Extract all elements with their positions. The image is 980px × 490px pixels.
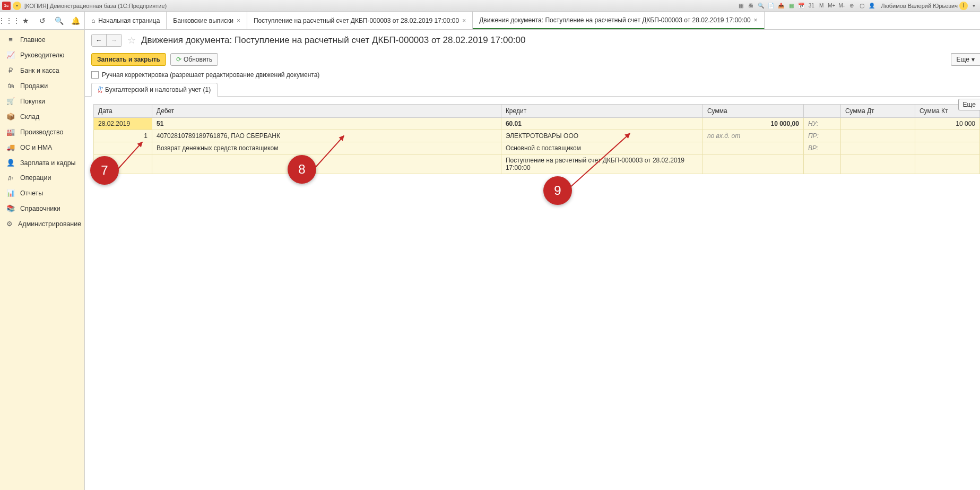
table-row[interactable]: 28.02.2019 51 60.01 10 000,00 НУ: 10 000 <box>94 118 980 130</box>
tb-icon[interactable]: 📤 <box>777 2 785 10</box>
dtkt-icon: ДтКт <box>98 86 103 93</box>
ruble-icon: ₽ <box>6 66 15 74</box>
tab-home[interactable]: ⌂ Начальная страница <box>85 12 167 29</box>
sidebar-label: Отчеты <box>20 190 43 197</box>
apps-icon[interactable]: ⋮⋮⋮ <box>4 16 14 25</box>
postings-table: Дата Дебет Кредит Сумма Сумма Дт Сумма К… <box>93 104 980 174</box>
sidebar-item-purchases[interactable]: 🛒Покупки <box>0 93 84 109</box>
manual-edit-checkbox[interactable] <box>91 71 99 79</box>
sidebar-item-reports[interactable]: 📊Отчеты <box>0 185 84 201</box>
table-more-button[interactable]: Еще <box>958 99 980 110</box>
more-button[interactable]: Еще ▾ <box>951 53 980 66</box>
forward-button[interactable]: → <box>107 35 122 46</box>
dropdown-icon[interactable]: ▾ <box>13 2 21 10</box>
sidebar-item-main[interactable]: ≡Главное <box>0 32 84 47</box>
tab-bar: ⌂ Начальная страница Банковские выписки … <box>85 12 980 29</box>
cell-debit-sub1: 40702810789189761876, ПАО СБЕРБАНК <box>152 130 501 142</box>
save-close-button[interactable]: Записать и закрыть <box>91 53 166 66</box>
sidebar-label: Склад <box>20 113 39 121</box>
page-header: ← → ☆ Движения документа: Поступление на… <box>85 30 980 51</box>
history-icon[interactable]: ↺ <box>38 16 47 25</box>
sidebar-item-references[interactable]: 📚Справочники <box>0 201 84 216</box>
info-icon[interactable]: i <box>959 2 968 10</box>
tb-icon[interactable]: ▾ <box>969 2 978 10</box>
star-icon[interactable]: ★ <box>21 16 30 25</box>
tb-icon[interactable]: 📄 <box>767 2 775 10</box>
cell-empty <box>840 154 915 174</box>
menu-icon: ≡ <box>6 36 15 44</box>
tb-icon[interactable]: ▦ <box>736 2 745 10</box>
m-button[interactable]: M <box>817 2 826 10</box>
col-date[interactable]: Дата <box>94 105 152 118</box>
table-row[interactable]: Поступление на расчетный счет ДКБП-00000… <box>94 154 980 174</box>
cell-credit-acc: 60.01 <box>501 118 703 130</box>
tb-icon[interactable]: 🔍 <box>757 2 765 10</box>
sidebar-item-manager[interactable]: 📈Руководителю <box>0 47 84 63</box>
tab-bank-statements[interactable]: Банковские выписки × <box>167 12 247 29</box>
calc-icon[interactable]: ▦ <box>787 2 795 10</box>
sidebar-label: Банк и касса <box>20 67 59 74</box>
sidebar-label: Покупки <box>20 98 45 105</box>
cell-empty <box>915 154 979 174</box>
cell-empty <box>703 142 803 154</box>
table-header-row: Дата Дебет Кредит Сумма Сумма Дт Сумма К… <box>94 105 980 118</box>
home-icon: ⌂ <box>91 17 95 24</box>
close-icon[interactable]: × <box>754 16 758 24</box>
refresh-button[interactable]: ⟳ Обновить <box>170 53 218 66</box>
sidebar-item-bank[interactable]: ₽Банк и касса <box>0 63 84 78</box>
cell-empty <box>803 154 840 174</box>
sidebar-item-admin[interactable]: ⚙Администрирование <box>0 216 84 231</box>
cell-sum-desc: по вх.д. от <box>703 130 803 142</box>
col-sum-dt[interactable]: Сумма Дт <box>840 105 915 118</box>
annotation-circle-7: 7 <box>90 156 119 185</box>
print-icon[interactable]: 🖶 <box>747 2 755 10</box>
sidebar-item-salary[interactable]: 👤Зарплата и кадры <box>0 155 84 170</box>
col-credit[interactable]: Кредит <box>501 105 703 118</box>
user-name: Любимов Валерий Юрьевич <box>881 3 958 9</box>
sidebar: ≡Главное 📈Руководителю ₽Банк и касса 🛍Пр… <box>0 30 85 490</box>
sidebar-label: Главное <box>20 36 46 44</box>
col-empty <box>803 105 840 118</box>
user-icon: 👤 <box>868 2 876 10</box>
calendar-icon[interactable]: 📅 <box>797 2 805 10</box>
sidebar-item-assets[interactable]: 🚚ОС и НМА <box>0 140 84 155</box>
tb-icon[interactable]: ⊕ <box>847 2 856 10</box>
m-minus-button[interactable]: M- <box>837 2 846 10</box>
bell-icon[interactable]: 🔔 <box>71 16 80 25</box>
col-debit[interactable]: Дебет <box>152 105 501 118</box>
sidebar-item-operations[interactable]: ДтОперации <box>0 170 84 185</box>
sidebar-label: Администрирование <box>18 220 81 228</box>
cell-empty <box>703 154 803 174</box>
cell-num: 1 <box>94 130 152 142</box>
more-label: Еще <box>957 56 969 63</box>
sidebar-label: ОС и НМА <box>20 144 52 151</box>
subtab-row: ДтКт Бухгалтерский и налоговый учет (1) <box>85 83 980 97</box>
table-row[interactable]: 1 40702810789189761876, ПАО СБЕРБАНК ЭЛЕ… <box>94 130 980 142</box>
cell-debit-acc: 51 <box>152 118 501 130</box>
action-row: Записать и закрыть ⟳ Обновить Еще ▾ <box>85 51 980 71</box>
refresh-label: Обновить <box>184 56 212 63</box>
tool-icons: ⋮⋮⋮ ★ ↺ 🔍 🔔 <box>0 12 85 29</box>
sidebar-item-sales[interactable]: 🛍Продажи <box>0 78 84 93</box>
tab-receipt[interactable]: Поступление на расчетный счет ДКБП-00000… <box>247 12 473 29</box>
col-sum[interactable]: Сумма <box>703 105 803 118</box>
m-plus-button[interactable]: M+ <box>827 2 836 10</box>
close-icon[interactable]: × <box>237 17 240 24</box>
nav-buttons: ← → <box>91 34 122 47</box>
table-row[interactable]: Возврат денежных средств поставщиком Осн… <box>94 142 980 154</box>
close-icon[interactable]: × <box>462 17 466 24</box>
back-button[interactable]: ← <box>92 35 107 46</box>
favorite-star-icon[interactable]: ☆ <box>127 35 136 46</box>
subtab-accounting[interactable]: ДтКт Бухгалтерский и налоговый учет (1) <box>91 83 218 97</box>
search-icon[interactable]: 🔍 <box>55 16 64 25</box>
sidebar-item-warehouse[interactable]: 📦Склад <box>0 109 84 124</box>
tab-label: Поступление на расчетный счет ДКБП-00000… <box>254 17 459 24</box>
tab-movements[interactable]: Движения документа: Поступление на расче… <box>473 12 764 29</box>
cell-nu: НУ: <box>803 118 840 130</box>
person-icon: 👤 <box>6 159 15 167</box>
box-icon: 📦 <box>6 113 15 121</box>
date-icon[interactable]: 31 <box>807 2 816 10</box>
tb-icon[interactable]: ▢ <box>857 2 866 10</box>
page-title: Движения документа: Поступление на расче… <box>141 35 526 46</box>
sidebar-item-production[interactable]: 🏭Производство <box>0 124 84 140</box>
